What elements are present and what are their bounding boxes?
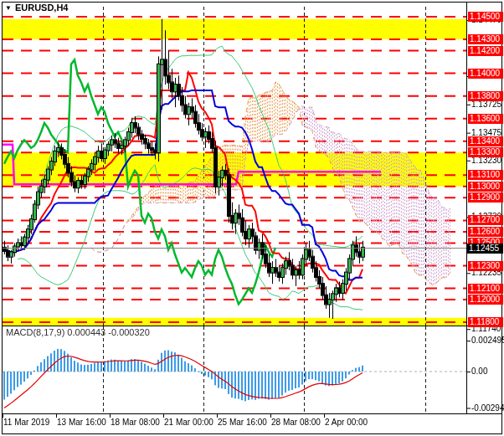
macd-indicator-label: MACD(8,17,9) 0.000443 -0.000320 bbox=[6, 327, 150, 338]
chart-window: 1.144701.139751.137251.134751.132301.127… bbox=[0, 0, 504, 436]
chart-canvas[interactable] bbox=[0, 0, 504, 436]
symbol-label-group: ▼EURUSD,H4 bbox=[5, 2, 69, 14]
symbol-timeframe-label: EURUSD,H4 bbox=[15, 3, 69, 13]
symbol-dropdown-icon[interactable]: ▼ bbox=[5, 4, 12, 12]
current-price-badge: 1.12455 bbox=[467, 244, 503, 254]
